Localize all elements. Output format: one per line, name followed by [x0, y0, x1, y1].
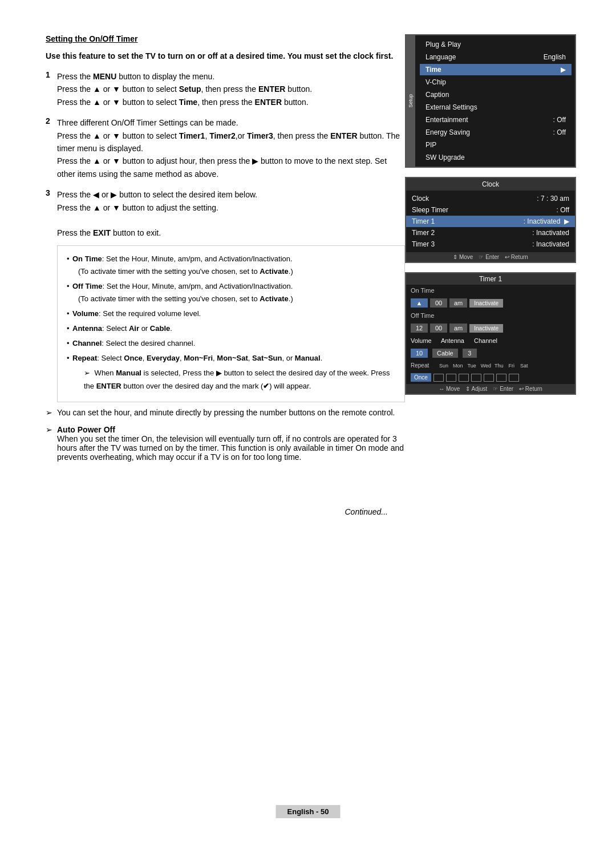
plug-play-label: Plug & Play [425, 41, 461, 48]
sidebar: Setup Plug & Play Language English Time [405, 34, 576, 404]
once-btn[interactable]: Once [411, 373, 431, 382]
day-fri-box[interactable] [496, 374, 506, 382]
on-time-row: On Time [406, 285, 575, 296]
day-wed-label: Wed [481, 363, 491, 369]
bullet-off-time: Off Time: Set the Hour, Minute, am/pm, a… [67, 280, 395, 305]
timer3-label: Timer 3 [412, 240, 435, 248]
ext-settings-label: External Settings [425, 103, 477, 111]
timer1-return: ↩ Return [519, 386, 542, 392]
time-label: Time [425, 66, 441, 74]
on-hour-input: ▲ [411, 298, 428, 308]
day-tue-box[interactable] [459, 374, 469, 382]
day-sat-box[interactable] [509, 374, 519, 382]
auto-power-arrow: ➢ [46, 425, 52, 434]
menu-sw: SW Upgrade [420, 152, 572, 163]
off-time-row: Off Time [406, 310, 575, 321]
step-2-content: Three different On/Off Timer Settings ca… [57, 116, 405, 180]
off-time-label: Off Time [411, 312, 439, 319]
vac-controls: 10 Cable 3 [406, 346, 575, 360]
sleep-timer-label: Sleep Timer [412, 206, 448, 214]
off-inactivate-btn[interactable]: Inactivate [469, 324, 503, 333]
channel-input: 3 [463, 349, 477, 358]
bullet-box: On Time: Set the Hour, Minute, am/pm, an… [57, 245, 405, 402]
menu-pip: PIP [420, 139, 572, 151]
timer3-item: Timer 3 : Inactivated [406, 238, 575, 250]
continued-label: Continued... [46, 507, 388, 516]
day-sat-label: Sat [520, 363, 528, 369]
setup-vertical-label: Setup [408, 94, 414, 108]
step-2: 2 Three different On/Off Timer Settings … [46, 116, 405, 180]
main-content: Setting the On/Off Timer Use this featur… [46, 34, 405, 516]
time-arrow: ▶ [561, 66, 566, 74]
section-title: Setting the On/Off Timer [46, 34, 405, 43]
language-value: English [544, 53, 566, 61]
bullet-antenna: Antenna: Select Air or Cable. [67, 322, 395, 335]
step-3: 3 Press the ◀ or ▶ button to select the … [46, 188, 405, 240]
intro-bold: Use this feature to set the TV to turn o… [46, 50, 405, 62]
page-container: Setting the On/Off Timer Use this featur… [0, 0, 616, 841]
day-sun-label: Sun [439, 363, 448, 369]
day-mon-box[interactable] [446, 374, 456, 382]
menu-caption: Caption [420, 89, 572, 100]
antenna-label: Antenna [441, 337, 469, 344]
timer1-footer: ↔ Move ⇕ Adjust ☞ Enter ↩ Return [406, 384, 575, 394]
sleep-timer-value: : Off [557, 206, 569, 214]
clock-return: ↩ Return [505, 254, 528, 260]
off-ampm-input: am [449, 324, 467, 333]
energy-value: : Off [553, 128, 566, 136]
energy-label: Energy Saving [425, 128, 470, 136]
pip-label: PIP [425, 141, 436, 149]
clock-title: Clock [406, 178, 575, 191]
repeat-row: Repeat Sun Mon Tue Wed Thu Fri Sat [406, 360, 575, 371]
clock-value: : 7 : 30 am [537, 195, 569, 203]
off-minute-input: 00 [430, 324, 447, 333]
setup-menu-box: Setup Plug & Play Language English Time [405, 34, 576, 168]
antenna-input: Cable [432, 349, 458, 358]
volume-input: 10 [411, 349, 428, 358]
repeat-label: Repeat [411, 362, 436, 369]
timer1-move: ↔ Move [439, 386, 460, 392]
on-minute-input: 00 [430, 298, 447, 308]
timer1-item: Timer 1 : Inactivated ▶ [406, 216, 575, 227]
step-1: 1 Press the MENU button to display the m… [46, 70, 405, 108]
clock-menu-box: Clock Clock : 7 : 30 am Sleep Timer : Of… [405, 177, 576, 263]
clock-label: Clock [412, 195, 429, 203]
auto-power-section: ➢ Auto Power Off When you set the timer … [46, 425, 405, 462]
on-time-label: On Time [411, 287, 439, 294]
clock-enter: ☞ Enter [479, 254, 499, 260]
entertainment-value: : Off [553, 116, 566, 124]
bullet-volume: Volume: Set the required volume level. [67, 308, 395, 320]
timer2-item: Timer 2 : Inactivated [406, 227, 575, 238]
volume-label: Volume [411, 337, 436, 344]
note-text: You can set the hour, and minute directl… [57, 408, 395, 417]
auto-power-text: When you set the timer On, the televisio… [57, 434, 404, 462]
day-tue-label: Tue [468, 363, 476, 369]
timer1-value: : Inactivated ▶ [524, 217, 569, 225]
day-thu-box[interactable] [484, 374, 494, 382]
timer1-box-title: Timer 1 [406, 273, 575, 285]
note-arrow-icon: ➢ [46, 408, 52, 417]
timer2-value: : Inactivated [532, 229, 569, 237]
menu-entertainment: Entertainment : Off [420, 114, 572, 126]
on-inactivate-btn[interactable]: Inactivate [469, 299, 503, 308]
step-3-number: 3 [46, 188, 57, 197]
caption-label: Caption [425, 91, 449, 99]
day-fri-label: Fri [509, 363, 515, 369]
auto-power-title: Auto Power Off [57, 425, 115, 434]
bullet-channel: Channel: Select the desired channel. [67, 337, 395, 350]
timer1-label: Timer 1 [412, 217, 435, 225]
page-footer: English - 50 [276, 805, 341, 818]
menu-energy: Energy Saving : Off [420, 127, 572, 138]
day-wed-box[interactable] [471, 374, 481, 382]
sw-label: SW Upgrade [425, 153, 465, 161]
off-time-controls: 12 00 am Inactivate [406, 321, 575, 335]
on-time-controls: ▲ 00 am Inactivate [406, 296, 575, 310]
entertainment-label: Entertainment [425, 116, 468, 124]
day-sun-box[interactable] [433, 374, 444, 382]
channel-label: Channel [474, 337, 497, 344]
timer3-value: : Inactivated [532, 240, 569, 248]
language-label: Language [425, 53, 456, 61]
clock-footer: ⇕ Move ☞ Enter ↩ Return [406, 252, 575, 262]
off-hour-input: 12 [411, 324, 428, 333]
clock-move: ⇕ Move [453, 254, 473, 260]
